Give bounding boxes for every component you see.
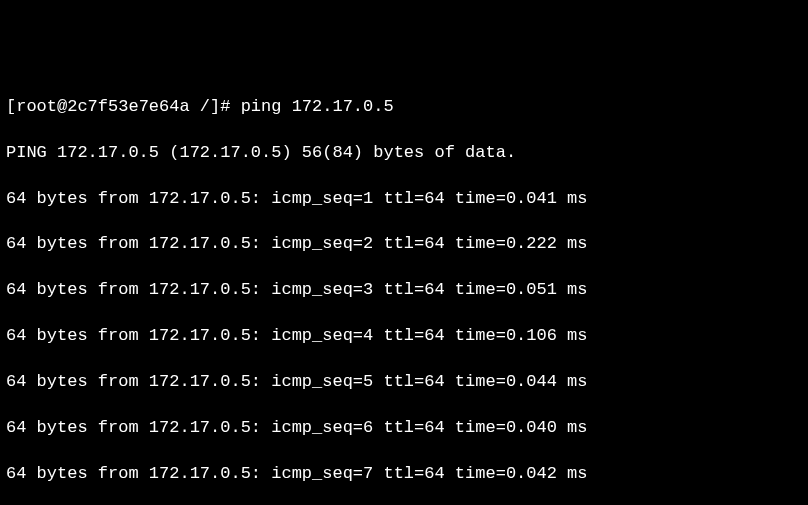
prompt-symbol: # <box>220 97 230 116</box>
ping-reply: 64 bytes from 172.17.0.5: icmp_seq=2 ttl… <box>6 233 802 256</box>
prompt-path: / <box>200 97 210 116</box>
ping-reply: 64 bytes from 172.17.0.5: icmp_seq=5 ttl… <box>6 371 802 394</box>
prompt-close: ] <box>210 97 220 116</box>
prompt-host: 2c7f53e7e64a <box>67 97 189 116</box>
prompt-user: root <box>16 97 57 116</box>
prompt-open: [ <box>6 97 16 116</box>
ping-reply: 64 bytes from 172.17.0.5: icmp_seq=1 ttl… <box>6 188 802 211</box>
prompt-at: @ <box>57 97 67 116</box>
prompt-line-1[interactable]: [root@2c7f53e7e64a /]# ping 172.17.0.5 <box>6 96 802 119</box>
ping-header: PING 172.17.0.5 (172.17.0.5) 56(84) byte… <box>6 142 802 165</box>
ping-reply: 64 bytes from 172.17.0.5: icmp_seq=7 ttl… <box>6 463 802 486</box>
command-text: ping 172.17.0.5 <box>241 97 394 116</box>
ping-reply: 64 bytes from 172.17.0.5: icmp_seq=3 ttl… <box>6 279 802 302</box>
ping-reply: 64 bytes from 172.17.0.5: icmp_seq=6 ttl… <box>6 417 802 440</box>
ping-reply: 64 bytes from 172.17.0.5: icmp_seq=4 ttl… <box>6 325 802 348</box>
